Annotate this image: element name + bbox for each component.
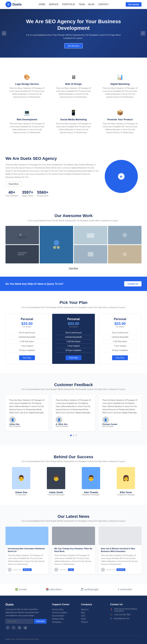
subscribe-button[interactable]: Subscribe <box>34 619 46 624</box>
blog-meta-2: Sharon Vee Business <box>101 568 139 572</box>
pick-plan-1-button[interactable]: Pick Plan <box>66 356 81 360</box>
svg-point-17 <box>123 252 127 256</box>
footer-brand-name: Duetx <box>5 603 46 606</box>
stat-projects-number: 5560+ <box>37 190 48 195</box>
blog-content-2: How Can A Woman Involved In New Business… <box>99 545 142 574</box>
testimonials-grid: There Are Many Variations Of Passages Of… <box>5 395 142 431</box>
testimonial-text-2: There Are Many Variations Of Passages Of… <box>102 398 138 414</box>
nav-team[interactable]: TEAM <box>79 3 85 6</box>
service-title-3: Web Development <box>9 118 45 121</box>
play-button[interactable]: ▶ <box>118 173 125 180</box>
svg-rect-2 <box>18 236 27 238</box>
company-link-0[interactable]: About Us <box>81 608 105 611</box>
about-image: ▶ <box>105 160 142 193</box>
blog-grid: Introducing New Generation Notebook Seri… <box>5 527 142 574</box>
share-icon: 📱 <box>70 110 77 116</box>
facebook-icon[interactable]: f <box>5 626 10 630</box>
support-link-0[interactable]: Privacy Policy <box>52 608 76 611</box>
dot-0[interactable] <box>70 435 72 436</box>
hero-next-arrow[interactable]: › <box>141 31 145 36</box>
testimonial-author-2: Preetam Gomal <box>102 423 138 425</box>
dot-1[interactable] <box>73 435 74 436</box>
contact-us-button[interactable]: Contact Us <box>124 281 142 286</box>
nav-home[interactable]: HOME <box>39 3 45 6</box>
pricing-card-1: Personal $33.00 Per Month One E-mail Acc… <box>52 314 95 364</box>
support-link-2[interactable]: Documentation <box>52 614 76 617</box>
subscribe-input[interactable] <box>5 619 33 624</box>
nav-contact[interactable]: CONTACT <box>98 3 109 6</box>
support-link-1[interactable]: Terms & Condition <box>52 611 76 614</box>
company-link-1[interactable]: Blog <box>81 611 105 614</box>
instagram-icon[interactable]: ig <box>23 626 27 630</box>
twitter-icon[interactable]: t <box>11 626 16 630</box>
hero-prev-arrow[interactable]: ‹ <box>2 31 6 36</box>
blog-post-title-1[interactable]: We Can Change Any Situation Tither By Ha… <box>54 547 93 553</box>
stat-clients: 3597+ Happy Clients <box>22 190 33 197</box>
support-link-3[interactable]: Release Notes <box>52 617 76 620</box>
feature-2-4: 30 Days Installation <box>103 348 138 353</box>
hero-cta-button[interactable]: Get Services <box>64 43 83 48</box>
blog-post-title-0[interactable]: Introducing New Generation Notebook Seri… <box>8 547 46 553</box>
work-section: Our Awesome Work It Is A Long Establishe… <box>0 206 147 277</box>
partner-activeeden: ✦ activeden <box>117 588 132 591</box>
team-title: Behind Our Success <box>5 454 142 459</box>
service-title-1: Web UI Design <box>56 82 91 85</box>
team-photo-0: 👨 <box>12 467 30 489</box>
support-link-4[interactable]: Changelog <box>52 620 76 624</box>
contact-email: ✉ contact@duetx.com <box>110 617 142 620</box>
blog-post-2: How Can A Woman Involved In New Business… <box>99 527 142 574</box>
stat-projects: 5560+ Projects Done <box>37 190 48 197</box>
work-photo-1 <box>5 226 39 244</box>
testimonials-dots <box>5 435 142 436</box>
team-role-3: Programmer Manager <box>110 494 142 496</box>
blog-post-title-2[interactable]: How Can A Woman Involved In New Business… <box>101 547 139 553</box>
pricing-title: Pick Your Plan <box>5 300 142 305</box>
blog-image-0 <box>5 527 48 545</box>
feature-0-2: 5 GB Disk Space <box>9 340 44 344</box>
box-icon: 📦 <box>117 110 123 116</box>
testimonial-text-1: There Are Many Variations Of Passages Of… <box>56 398 91 414</box>
feature-0-3: 1 Hour Support <box>9 344 44 348</box>
support-title: Support Center <box>52 603 76 606</box>
svg-rect-13 <box>18 254 24 255</box>
pick-plan-2-button[interactable]: Pick Plan <box>112 356 128 360</box>
feature-1-3: 1 Hour Support <box>56 344 91 348</box>
service-web-dev: 💻 Web Development There Are Many Variati… <box>5 106 48 138</box>
blog-author-2: Sharon Vee <box>106 569 115 570</box>
pick-plan-0-button[interactable]: Pick Plan <box>19 356 35 360</box>
feature-2-1: Unlimited Bandwidth <box>103 335 138 340</box>
work-gallery <box>5 226 142 264</box>
get-started-button[interactable]: Get started <box>126 2 142 6</box>
work-title: Our Awesome Work <box>5 214 142 218</box>
nav-portfolio[interactable]: PORTFOLIO <box>62 3 75 6</box>
blog-tag-2[interactable]: Business <box>117 568 126 571</box>
testimonial-1: There Are Many Variations Of Passages Of… <box>52 395 95 431</box>
brand-logo[interactable]: D Duetx <box>5 2 22 7</box>
blog-tag-0[interactable]: Business <box>23 568 32 571</box>
dot-2[interactable] <box>75 435 77 436</box>
contact-title: Contact Us <box>110 603 142 606</box>
company-link-2[interactable]: Jobs <box>81 614 105 617</box>
plan-period-0: Per Month <box>9 326 44 328</box>
blog-post-text-0: There Are Many Variations Of Passages Of… <box>8 554 46 566</box>
pricing-subtitle: It Is A Long Established Fact That A Rea… <box>5 306 142 309</box>
linkedin-icon[interactable]: in <box>17 626 22 630</box>
company-link-4[interactable]: Partners <box>81 620 105 624</box>
testimonials-title: Customer Feedback <box>5 382 142 387</box>
testimonial-text-0: There Are Many Variations Of Passages Of… <box>9 398 45 414</box>
hero-content: We Are SEO Agency for Your Business Deve… <box>26 18 121 48</box>
service-title-2: Digital Marketing <box>102 82 138 85</box>
blog-tag-1[interactable]: Unity <box>68 568 74 571</box>
view-more[interactable]: View More <box>5 267 142 269</box>
company-link-3[interactable]: Press <box>81 617 105 620</box>
about-read-more-button[interactable]: Read More <box>5 182 22 186</box>
footer-support-col: Support Center Privacy Policy Terms & Co… <box>52 603 76 630</box>
nav-service[interactable]: SERVICE <box>49 3 58 6</box>
svg-point-5 <box>53 246 56 249</box>
service-title-0: Logo Design Service <box>9 82 45 85</box>
location-icon: 📍 <box>110 609 113 611</box>
nav-blog[interactable]: BLOG <box>88 3 94 6</box>
view-more-link[interactable]: View More <box>69 267 78 269</box>
team-member-2: 👨 Alan Chawla Mindymen Developer <box>75 467 107 496</box>
testimonials-section: Customer Feedback It Is A Long Establish… <box>0 373 147 445</box>
